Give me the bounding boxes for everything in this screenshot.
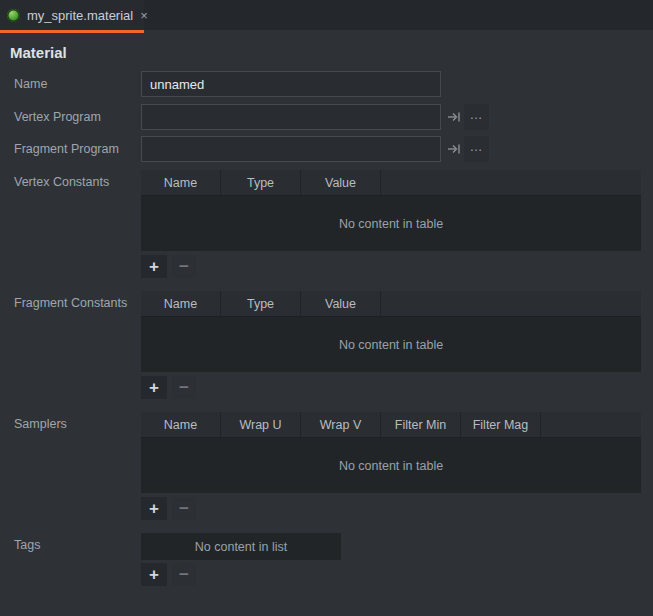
samplers-label: Samplers (14, 417, 67, 431)
fragment-constants-empty-body: No content in table (141, 317, 641, 372)
arrow-to-bar-icon (447, 143, 461, 155)
page-title: Material (10, 44, 67, 61)
tab-bar: my_sprite.material × (0, 0, 653, 30)
fragment-program-label: Fragment Program (14, 142, 119, 156)
column-header-name: Name (141, 291, 221, 316)
tags-actions: + − (141, 563, 196, 586)
column-header-wrap-v: Wrap V (301, 412, 381, 437)
vertex-constants-remove-button[interactable]: − (172, 255, 196, 278)
tags-remove-button[interactable]: − (172, 563, 196, 586)
column-header-type: Type (221, 291, 301, 316)
column-header-wrap-u: Wrap U (221, 412, 301, 437)
arrow-to-bar-icon (447, 111, 461, 123)
vertex-program-input[interactable] (141, 104, 441, 130)
column-header-filler (541, 412, 641, 437)
vertex-constants-header: Name Type Value (141, 170, 641, 196)
samplers-remove-button[interactable]: − (172, 497, 196, 520)
column-header-type: Type (221, 170, 301, 195)
column-header-filler (381, 291, 641, 316)
empty-table-text: No content in table (339, 338, 443, 352)
empty-table-text: No content in table (339, 459, 443, 473)
fragment-program-goto-button[interactable] (445, 136, 463, 162)
samplers-table: Name Wrap U Wrap V Filter Min Filter Mag… (141, 412, 641, 493)
vertex-constants-add-button[interactable]: + (141, 255, 167, 278)
column-header-name: Name (141, 170, 221, 195)
column-header-value: Value (301, 170, 381, 195)
fragment-constants-actions: + − (141, 376, 196, 399)
samplers-add-button[interactable]: + (141, 497, 167, 520)
empty-list-text: No content in list (195, 540, 287, 554)
name-input[interactable] (141, 71, 441, 97)
fragment-constants-label: Fragment Constants (14, 296, 127, 310)
samplers-empty-body: No content in table (141, 438, 641, 493)
tab-my-sprite-material[interactable]: my_sprite.material × (0, 0, 144, 30)
fragment-program-input[interactable] (141, 136, 441, 162)
samplers-header: Name Wrap U Wrap V Filter Min Filter Mag (141, 412, 641, 438)
fragment-constants-add-button[interactable]: + (141, 376, 167, 399)
fragment-program-browse-button[interactable]: … (464, 136, 489, 162)
tab-close-icon[interactable]: × (140, 9, 148, 22)
vertex-constants-actions: + − (141, 255, 196, 278)
empty-table-text: No content in table (339, 217, 443, 231)
fragment-constants-header: Name Type Value (141, 291, 641, 317)
fragment-constants-remove-button[interactable]: − (172, 376, 196, 399)
fragment-constants-table: Name Type Value No content in table (141, 291, 641, 372)
tags-empty-list: No content in list (141, 533, 341, 560)
name-label: Name (14, 77, 47, 91)
material-sphere-icon (7, 9, 20, 22)
vertex-constants-empty-body: No content in table (141, 196, 641, 251)
column-header-filler (381, 170, 641, 195)
vertex-program-label: Vertex Program (14, 110, 101, 124)
samplers-actions: + − (141, 497, 196, 520)
vertex-program-browse-button[interactable]: … (464, 104, 489, 130)
column-header-name: Name (141, 412, 221, 437)
tags-add-button[interactable]: + (141, 563, 167, 586)
material-editor-panel: my_sprite.material × Material Name Verte… (0, 0, 653, 616)
column-header-filter-mag: Filter Mag (461, 412, 541, 437)
vertex-constants-table: Name Type Value No content in table (141, 170, 641, 251)
active-tab-indicator (0, 30, 144, 33)
column-header-value: Value (301, 291, 381, 316)
vertex-program-goto-button[interactable] (445, 104, 463, 130)
tab-title: my_sprite.material (27, 8, 133, 23)
column-header-filter-min: Filter Min (381, 412, 461, 437)
tags-label: Tags (14, 538, 40, 552)
vertex-constants-label: Vertex Constants (14, 175, 109, 189)
